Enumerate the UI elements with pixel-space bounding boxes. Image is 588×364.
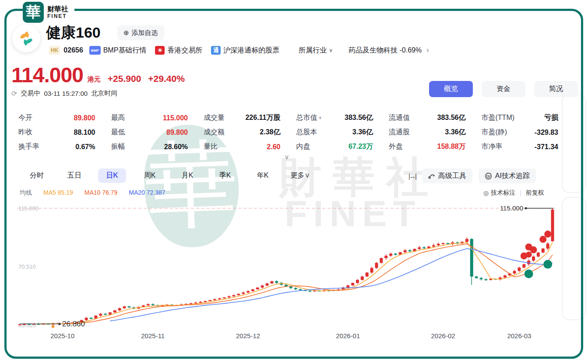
- candle-body: [113, 310, 116, 312]
- stat-value: 0.67%: [75, 143, 95, 151]
- industry-value-link[interactable]: 药品及生物科技 -0.69% ›: [349, 46, 429, 55]
- stock-name: 健康160: [46, 23, 101, 43]
- stat-value: 383.56亿: [437, 113, 466, 122]
- signal-marker: [544, 231, 551, 238]
- stat-市净率: 市净率-371.34: [482, 142, 559, 152]
- stat-value: 3.36亿: [445, 128, 465, 137]
- hk-exchange-flag-icon: ✳: [155, 46, 165, 55]
- candle-body: [199, 302, 202, 303]
- brand-seal-glyph: 華: [26, 2, 41, 22]
- brand-seal-icon: 華: [23, 2, 44, 23]
- side-card-bottom: [562, 197, 586, 320]
- stat-value: 2.60: [267, 143, 280, 151]
- last-price: 114.000: [11, 65, 83, 86]
- stat-label: 换手率: [18, 142, 39, 151]
- tech-annotation-toggle[interactable]: ◎ 技术标注: [483, 189, 515, 197]
- candle-body: [147, 304, 150, 305]
- ma10-value[interactable]: MA10 76.79: [85, 189, 118, 197]
- collapse-stats-chevron-icon[interactable]: ∨: [280, 153, 293, 161]
- stat-外盘: 外盘158.88万: [389, 142, 466, 152]
- side-card-top: [562, 94, 586, 193]
- period-tab-五日[interactable]: 五日: [60, 168, 88, 183]
- exchange-label[interactable]: 香港交易所: [167, 46, 202, 55]
- stat-最高: 最高115.000: [111, 113, 188, 123]
- candle-body: [475, 276, 478, 278]
- period-tab-分时[interactable]: 分时: [23, 168, 51, 183]
- expand-chart-icon[interactable]: |↔|: [408, 172, 416, 180]
- period-tab-更多[interactable]: 更多∨: [286, 168, 314, 183]
- period-tabs: 分时五日日K周K月K季K年K更多∨: [23, 168, 314, 183]
- tab-概览[interactable]: 概览: [429, 81, 473, 97]
- stat-label: 今开: [18, 113, 32, 122]
- brand-name-cn: 财華社: [47, 5, 68, 13]
- advanced-tools-button[interactable]: 高级工具: [422, 168, 472, 183]
- trading-status: 交易中: [21, 89, 40, 98]
- candle-body: [85, 318, 88, 320]
- price-change-pct: +29.40%: [148, 74, 185, 86]
- tech-annotation-label: 技术标注: [491, 189, 515, 197]
- stat-label: 最低: [111, 128, 125, 137]
- tab-资金[interactable]: 资金: [482, 81, 525, 97]
- candle-body: [223, 298, 226, 298]
- industry-value: 药品及生物科技 -0.69%: [349, 46, 422, 54]
- candle-body: [503, 276, 507, 278]
- stat-label: 市盈(TTM): [482, 113, 515, 122]
- stat-label: 最高: [111, 113, 125, 122]
- stat-value: -371.34: [535, 143, 558, 151]
- stat-value: 89.800: [74, 114, 95, 122]
- ma20-value[interactable]: MA20 72.387: [129, 189, 165, 197]
- ai-tracking-button[interactable]: AI技术追踪: [479, 168, 536, 183]
- candle-body: [289, 287, 292, 288]
- add-watchlist-button[interactable]: ⊕ 添加自选: [117, 25, 164, 40]
- chevron-down-icon: ∨: [329, 47, 333, 53]
- ma-legend: 均线 MA5 85.19 MA10 76.79 MA20 72.387: [20, 189, 165, 197]
- period-tab-日K[interactable]: 日K: [98, 168, 126, 183]
- caret-down-icon[interactable]: ▾: [319, 115, 322, 121]
- stat-今开: 今开89.800: [18, 113, 95, 123]
- candle-body: [237, 294, 240, 295]
- candle-body: [351, 283, 354, 286]
- candle-body: [465, 239, 468, 242]
- period-tab-季K[interactable]: 季K: [211, 168, 239, 183]
- quote-block: 114.000 港元 +25.900 +29.40%: [11, 65, 185, 86]
- x-axis-label: 2025-12: [236, 332, 260, 340]
- signal-marker: [52, 325, 55, 328]
- candle-body: [228, 296, 231, 297]
- candle-body: [437, 244, 440, 245]
- connect-label[interactable]: 沪深港通标的股票: [223, 46, 279, 55]
- stat-value: 28.60%: [164, 143, 188, 151]
- adjust-mode-button[interactable]: 前复权: [526, 189, 544, 197]
- stock-code: 02656: [63, 46, 83, 54]
- x-axis-label: 2026-02: [431, 332, 455, 340]
- candle-body: [389, 254, 392, 256]
- stat-label: 成交量: [204, 113, 225, 122]
- ma5-value[interactable]: MA5 85.19: [43, 189, 73, 197]
- stat-label[interactable]: 总市值▾: [296, 113, 322, 122]
- stat-value: 89.800: [166, 129, 188, 136]
- currency-label: 港元: [88, 75, 101, 86]
- brand-logo[interactable]: 華 财華社 FINET: [23, 1, 74, 24]
- kline-chart[interactable]: 115.00070.51026.02026.860115.0002025-102…: [18, 200, 560, 345]
- bmp-label[interactable]: BMP基础行情: [103, 46, 147, 55]
- stat-label: 总股本: [296, 128, 317, 137]
- tab-简况[interactable]: 简况: [534, 81, 578, 97]
- stat-流通股: 流通股3.36亿: [389, 127, 466, 137]
- candle-body: [294, 288, 297, 289]
- stat-label: 量比: [204, 142, 218, 151]
- candle-body: [442, 243, 445, 244]
- period-tab-月K[interactable]: 月K: [173, 168, 201, 183]
- candle-body: [261, 286, 264, 288]
- candle-body: [423, 247, 426, 248]
- refresh-icon[interactable]: ⟳: [11, 89, 17, 98]
- brand-name-en: FINET: [47, 13, 68, 19]
- candle-body: [275, 281, 278, 283]
- period-tab-周K[interactable]: 周K: [136, 168, 164, 183]
- stat-value: 383.56亿: [345, 113, 373, 122]
- add-watchlist-label: 添加自选: [132, 29, 158, 37]
- period-tab-年K[interactable]: 年K: [249, 168, 277, 183]
- candle-body: [242, 293, 245, 294]
- industry-dropdown[interactable]: 所属行业 ∨: [299, 46, 333, 55]
- divider: |: [520, 189, 521, 196]
- candle-body: [218, 298, 221, 299]
- x-axis-label: 2026-01: [336, 332, 360, 340]
